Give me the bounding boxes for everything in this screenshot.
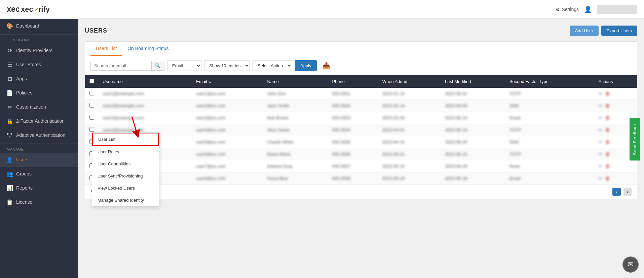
- cell-second-factor: SMS: [505, 136, 595, 148]
- row-checkbox[interactable]: [89, 91, 94, 95]
- import-icon[interactable]: 📥: [322, 62, 331, 70]
- user-stores-icon: ☰: [7, 62, 13, 68]
- cell-email: user7@ex.com: [192, 160, 263, 172]
- col-when-added: When Added: [378, 75, 441, 88]
- menu-item-view-locked[interactable]: View Locked Users: [92, 182, 159, 194]
- edit-action-icon[interactable]: ✏: [599, 176, 602, 181]
- top-header: xec xec✓rify ⚙ Settings 👤: [0, 0, 644, 19]
- col-username: Username: [99, 75, 192, 88]
- cell-second-factor: None: [505, 160, 595, 172]
- tab-on-boarding-status[interactable]: On Boarding Status: [122, 42, 174, 56]
- delete-action-icon[interactable]: 🗑: [605, 152, 610, 157]
- sidebar-item-2fa[interactable]: 🔒 2-Factor Authentication: [0, 114, 78, 128]
- col-name: Name: [263, 75, 328, 88]
- edit-action-icon[interactable]: ✏: [599, 91, 602, 96]
- delete-action-icon[interactable]: 🗑: [605, 103, 610, 108]
- sidebar-item-dashboard[interactable]: 🎨 Dashboard: [0, 19, 78, 33]
- menu-item-user-sync[interactable]: User Sync/Provisioning: [92, 170, 159, 182]
- edit-action-icon[interactable]: ✏: [599, 152, 602, 157]
- reports-icon: 📊: [7, 185, 13, 191]
- cell-last-modified: 2023-06-01: [441, 88, 505, 100]
- sidebar-item-adaptive-auth[interactable]: 🛡 Adaptive Authentication: [0, 128, 78, 142]
- table-row: user5@example.com user5@ex.com Charlie W…: [85, 136, 637, 148]
- sidebar-item-reports[interactable]: 📊 Reports: [0, 181, 78, 195]
- table-row: user1@example.com user1@ex.com John Doe …: [85, 88, 637, 100]
- edit-action-icon[interactable]: ✏: [599, 115, 602, 120]
- row-checkbox[interactable]: [89, 127, 94, 132]
- col-phone: Phone: [328, 75, 378, 88]
- export-users-button[interactable]: Export Users: [601, 26, 637, 36]
- select-action-dropdown[interactable]: Select Action Delete Enable Disable: [253, 60, 292, 71]
- delete-action-icon[interactable]: 🗑: [605, 115, 610, 120]
- add-user-button[interactable]: Add User: [570, 26, 599, 36]
- send-feedback-button[interactable]: Send Feedback: [630, 118, 640, 160]
- edit-action-icon[interactable]: ✏: [599, 164, 602, 169]
- filter-dropdown[interactable]: Email Username Name: [167, 60, 201, 71]
- sidebar-label-groups: Groups: [16, 171, 32, 176]
- cell-last-modified: 2023-06-25: [441, 160, 505, 172]
- row-checkbox[interactable]: [89, 115, 94, 120]
- cell-when-added: 2023-04-15: [378, 136, 441, 148]
- policies-icon: 📄: [7, 90, 13, 96]
- dashboard-icon: 🎨: [7, 23, 13, 29]
- col-last-modified: Last Modified: [441, 75, 505, 88]
- sidebar-item-users[interactable]: 👤 Users: [0, 153, 78, 167]
- sidebar-item-license[interactable]: 📋 License: [0, 195, 78, 209]
- row-checkbox[interactable]: [89, 103, 94, 108]
- cell-phone: 555-0004: [328, 124, 378, 136]
- edit-action-icon[interactable]: ✏: [599, 103, 602, 108]
- select-all-checkbox[interactable]: [89, 79, 94, 83]
- cell-last-modified: 2023-06-22: [441, 148, 505, 160]
- edit-action-icon[interactable]: ✏: [599, 127, 602, 132]
- delete-action-icon[interactable]: 🗑: [605, 164, 610, 169]
- sidebar-item-groups[interactable]: 👥 Groups: [0, 167, 78, 181]
- apply-button[interactable]: Apply: [295, 60, 317, 71]
- edit-action-icon[interactable]: ✏: [599, 140, 602, 145]
- sidebar-item-user-stores[interactable]: ☰ User Stores: [0, 57, 78, 72]
- settings-link[interactable]: ⚙ Settings: [556, 7, 579, 12]
- cell-name: Fiona Blue: [263, 172, 328, 185]
- menu-item-manage-shared[interactable]: Manage Shared Identity: [92, 194, 159, 206]
- logo-icon: xec: [7, 3, 19, 15]
- cell-phone: 555-0006: [328, 148, 378, 160]
- main-layout: 🎨 Dashboard Configure ⟳ Identity Provide…: [0, 19, 644, 278]
- delete-action-icon[interactable]: 🗑: [605, 127, 610, 132]
- menu-item-user-roles[interactable]: User Roles: [92, 146, 159, 158]
- groups-icon: 👥: [7, 171, 13, 177]
- cell-name: Edward Gray: [263, 160, 328, 172]
- table-row: user6@example.com user6@ex.com Diana Bla…: [85, 148, 637, 160]
- row-checkbox-cell: [85, 112, 99, 124]
- row-checkbox-cell: [85, 88, 99, 100]
- cell-when-added: 2023-05-20: [378, 172, 441, 185]
- table-row: user2@example.com user2@ex.com Jane Smit…: [85, 100, 637, 112]
- menu-item-user-list[interactable]: User List: [92, 133, 159, 146]
- table-row: user3@example.com user3@ex.com Bob Brown…: [85, 112, 637, 124]
- next-page-button[interactable]: ›: [623, 188, 632, 196]
- sidebar-item-customization[interactable]: ✏ Customization: [0, 100, 78, 114]
- delete-action-icon[interactable]: 🗑: [605, 140, 610, 145]
- svg-text:xec: xec: [7, 5, 19, 13]
- search-button[interactable]: 🔍: [151, 61, 164, 70]
- header-right: ⚙ Settings 👤: [556, 5, 637, 14]
- delete-action-icon[interactable]: 🗑: [605, 176, 610, 181]
- prev-page-button[interactable]: ‹: [612, 188, 620, 196]
- user-icon: 👤: [584, 6, 592, 13]
- show-entries-dropdown[interactable]: Show 10 entries Show 25 entries Show 50 …: [204, 60, 250, 71]
- chat-icon: ✉: [628, 260, 634, 269]
- sidebar-item-apps[interactable]: ⊞ Apps: [0, 72, 78, 86]
- search-input[interactable]: [91, 61, 151, 70]
- cell-last-modified: 2023-06-10: [441, 112, 505, 124]
- sidebar-item-identity-providers[interactable]: ⟳ Identity Providers: [0, 43, 78, 57]
- cell-last-modified: 2023-06-15: [441, 124, 505, 136]
- customization-icon: ✏: [7, 104, 13, 110]
- search-icon: 🔍: [155, 63, 161, 68]
- content-area: USERS Add User Export Users Users List O…: [78, 19, 644, 278]
- cell-when-added: 2023-01-10: [378, 88, 441, 100]
- delete-action-icon[interactable]: 🗑: [605, 91, 610, 96]
- cell-name: Jane Smith: [263, 100, 328, 112]
- chat-icon-button[interactable]: ✉: [622, 256, 639, 273]
- cell-second-factor: SMS: [505, 100, 595, 112]
- menu-item-user-capabilities[interactable]: User Capabilities: [92, 158, 159, 170]
- sidebar-item-policies[interactable]: 📄 Policies: [0, 86, 78, 100]
- tab-users-list[interactable]: Users List: [90, 42, 122, 56]
